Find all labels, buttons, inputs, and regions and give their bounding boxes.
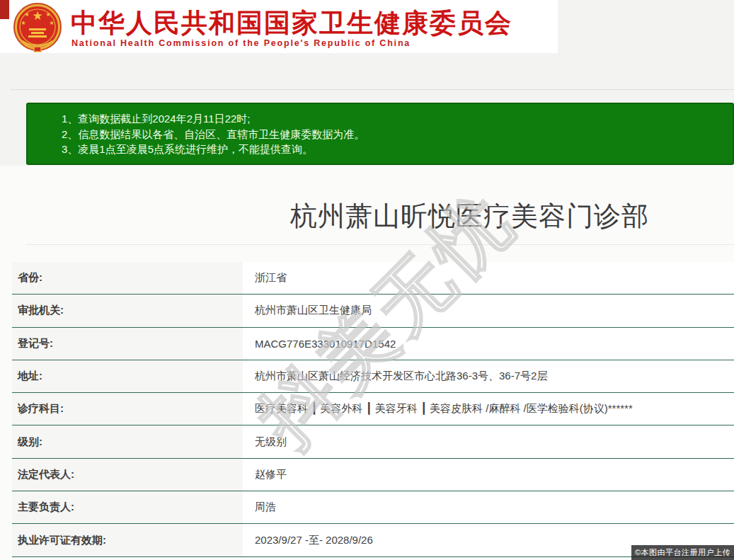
record-table: 省份: 浙江省 审批机关: 杭州市萧山区卫生健康局 登记号: MACG776E3…: [0, 262, 734, 557]
row-label: 登记号:: [12, 328, 243, 360]
table-row: 法定代表人: 赵修平: [12, 459, 734, 491]
table-row: 级别: 无级别: [12, 425, 734, 458]
table-row: 地址: 杭州市萧山区萧山经济技术开发区市心北路36-3号、36-7号2层: [12, 360, 734, 393]
table-row: 省份: 浙江省: [12, 262, 734, 295]
row-value: 杭州市萧山区卫生健康局: [243, 295, 734, 326]
row-label: 地址:: [12, 360, 243, 392]
header-title-cn: 中华人民共和国国家卫生健康委员会: [71, 6, 512, 41]
table-row: 审批机关: 杭州市萧山区卫生健康局: [12, 295, 734, 327]
corner-red-fragment: [0, 0, 9, 19]
table-row: 诊疗科目: 医疗美容科 ┃ 美容外科 ┃ 美容牙科 ┃ 美容皮肤科 /麻醉科 /…: [12, 393, 734, 425]
row-value: 赵修平: [243, 459, 734, 491]
top-divider: [11, 89, 734, 90]
svg-text:★: ★: [32, 9, 42, 23]
row-label: 审批机关:: [12, 295, 243, 326]
row-value: 周浩: [243, 491, 734, 523]
svg-text:★: ★: [45, 11, 50, 18]
page-title: 杭州萧山昕悦医疗美容门诊部: [290, 198, 649, 234]
table-row: 主要负责人: 周浩: [12, 491, 734, 524]
row-label: 主要负责人:: [12, 491, 243, 523]
table-row: 执业许可证有效期: 2023/9/27 -至- 2028/9/26: [12, 524, 734, 556]
row-label: 级别:: [12, 425, 243, 457]
title-underline: [26, 244, 734, 245]
row-value: 浙江省: [243, 262, 734, 294]
row-label: 执业许可证有效期:: [12, 524, 243, 556]
notice-line: 1、查询数据截止到2024年2月11日22时;: [62, 111, 726, 127]
table-row: 登记号: MACG776E333010917D1542: [12, 328, 734, 360]
row-value: 无级别: [243, 425, 734, 457]
row-label: 诊疗科目:: [12, 393, 243, 425]
notice-box: 1、查询数据截止到2024年2月11日22时; 2、信息数据结果以各省、自治区、…: [26, 103, 734, 165]
header-title-en: National Health Commission of the People…: [71, 38, 411, 48]
copyright-badge: ©本图由平台注册用户上传: [631, 545, 734, 560]
row-value: 医疗美容科 ┃ 美容外科 ┃ 美容牙科 ┃ 美容皮肤科 /麻醉科 /医学检验科(…: [243, 393, 734, 425]
row-value: 杭州市萧山区萧山经济技术开发区市心北路36-3号、36-7号2层: [243, 360, 734, 392]
row-label: 省份:: [12, 262, 243, 294]
site-header: ★ ★ ★ ★ ★ 中华人民共和国国家卫生健康委员会 National Heal…: [0, 0, 558, 53]
row-value: MACG776E333010917D1542: [243, 328, 734, 360]
notice-line: 3、凌晨1点至凌晨5点系统进行维护，不能提供查询。: [62, 142, 726, 157]
svg-text:★: ★: [49, 20, 54, 26]
svg-text:★: ★: [24, 11, 29, 18]
china-national-emblem-icon: ★ ★ ★ ★ ★: [12, 1, 63, 54]
notice-line: 2、信息数据结果以各省、自治区、直辖市卫生健康委数据为准。: [62, 127, 726, 142]
row-label: 法定代表人:: [12, 459, 243, 491]
svg-text:★: ★: [21, 20, 25, 26]
